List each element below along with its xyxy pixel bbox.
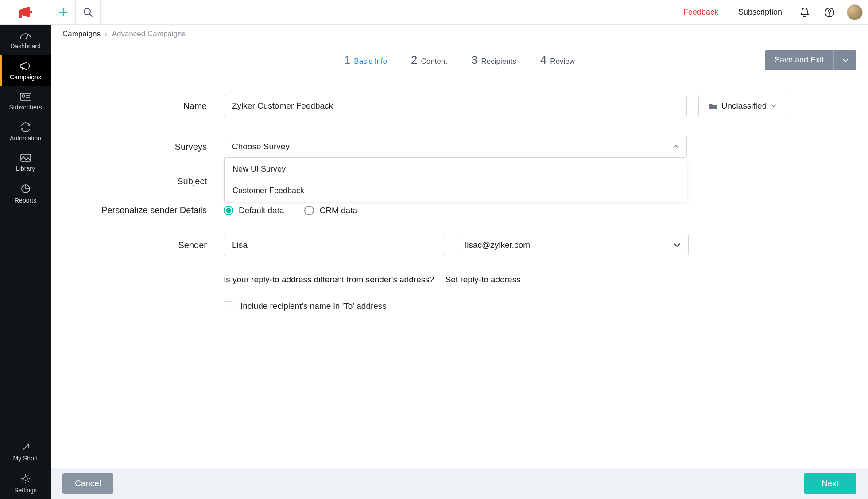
add-button[interactable] <box>51 0 76 24</box>
save-and-exit-button[interactable]: Save and Exit <box>765 50 833 70</box>
step-bar: 1 Basic Info 2 Content 3 Recipients 4 Re… <box>51 43 868 77</box>
sender-name-input[interactable] <box>224 234 445 256</box>
megaphone-icon <box>19 61 32 71</box>
chevron-up-icon <box>673 145 678 148</box>
form-area: Name Unclassified Surveys Choose Survey <box>51 77 868 499</box>
notifications-button[interactable] <box>792 0 817 24</box>
gear-icon <box>20 473 31 484</box>
name-label: Name <box>78 101 224 111</box>
topbar: Feedback Subscription <box>0 0 868 25</box>
sidebar-item-dashboard[interactable]: Dashboard <box>0 25 51 55</box>
set-reply-to-link[interactable]: Set reply-to address <box>446 275 521 285</box>
main-area: Campaigns › Advanced Campaigns 1 Basic I… <box>51 25 868 499</box>
radio-icon <box>304 206 314 215</box>
sidebar-label: Settings <box>14 487 37 494</box>
save-and-exit-menu-button[interactable] <box>833 50 856 70</box>
reply-to-question: Is your reply-to address different from … <box>224 275 434 285</box>
sidebar-label: My Short <box>13 455 38 462</box>
sidebar-item-library[interactable]: Library <box>0 147 51 177</box>
contact-card-icon <box>19 92 32 101</box>
svg-point-7 <box>22 95 25 97</box>
bell-icon <box>800 7 810 18</box>
svg-point-3 <box>84 8 90 15</box>
survey-option[interactable]: Customer Feedback <box>225 180 687 202</box>
megaphone-icon <box>17 4 35 21</box>
feedback-link[interactable]: Feedback <box>674 0 728 24</box>
sidebar: Dashboard Campaigns Subscribers Automati… <box>0 25 51 499</box>
breadcrumb-current: Advanced Campaigns <box>112 30 186 39</box>
sidebar-label: Library <box>16 165 35 172</box>
cancel-button[interactable]: Cancel <box>62 473 113 494</box>
sidebar-item-automation[interactable]: Automation <box>0 116 51 147</box>
gauge-icon <box>19 31 32 40</box>
include-recipient-checkbox[interactable] <box>224 301 233 311</box>
chevron-down-icon <box>842 58 849 62</box>
user-avatar[interactable] <box>847 4 863 20</box>
sidebar-label: Automation <box>10 135 41 142</box>
sidebar-item-settings[interactable]: Settings <box>0 467 51 499</box>
survey-option[interactable]: New UI Survey <box>225 158 687 180</box>
breadcrumb-root[interactable]: Campaigns <box>62 30 101 39</box>
sidebar-label: Dashboard <box>10 43 41 50</box>
classify-select[interactable]: Unclassified <box>698 95 787 117</box>
radio-icon <box>224 206 233 215</box>
step-basic-info[interactable]: 1 Basic Info <box>344 53 387 67</box>
personalize-label: Personalize sender Details <box>78 205 224 215</box>
sender-email-select[interactable]: lisac@zylker.com <box>457 234 689 256</box>
survey-select[interactable]: Choose Survey New UI Survey Customer Fee… <box>224 136 687 158</box>
svg-point-10 <box>24 477 27 480</box>
sidebar-item-subscribers[interactable]: Subscribers <box>0 86 51 116</box>
plus-icon <box>59 8 68 17</box>
arrow-up-right-icon <box>21 442 31 452</box>
sidebar-label: Campaigns <box>10 74 41 81</box>
chevron-right-icon: › <box>105 30 108 39</box>
subject-label: Subject <box>78 176 224 187</box>
step-recipients[interactable]: 3 Recipients <box>471 53 516 67</box>
surveys-label: Surveys <box>78 142 224 152</box>
svg-point-5 <box>829 14 829 15</box>
breadcrumb: Campaigns › Advanced Campaigns <box>51 25 868 43</box>
svg-rect-0 <box>27 7 30 17</box>
chevron-down-icon <box>674 243 680 247</box>
sender-label: Sender <box>78 240 224 250</box>
step-content[interactable]: 2 Content <box>411 53 447 67</box>
campaign-name-input[interactable] <box>224 95 687 117</box>
sidebar-item-reports[interactable]: Reports <box>0 177 51 209</box>
radio-crm-data[interactable]: CRM data <box>304 206 357 215</box>
footer-bar: Cancel Next <box>51 468 868 499</box>
help-icon <box>824 7 835 18</box>
chevron-down-icon <box>771 104 776 108</box>
next-button[interactable]: Next <box>804 473 856 494</box>
radio-default-data[interactable]: Default data <box>224 206 284 215</box>
help-button[interactable] <box>817 0 841 24</box>
survey-dropdown-menu: New UI Survey Customer Feedback <box>224 158 687 202</box>
search-button[interactable] <box>76 0 101 24</box>
cycle-icon <box>20 122 31 132</box>
sidebar-label: Subscribers <box>9 104 42 111</box>
step-review[interactable]: 4 Review <box>540 53 575 67</box>
folder-icon <box>709 103 717 109</box>
app-logo[interactable] <box>0 0 51 24</box>
svg-point-1 <box>30 11 32 13</box>
search-icon <box>83 8 93 17</box>
pie-icon <box>20 183 31 194</box>
sidebar-item-campaigns[interactable]: Campaigns <box>0 55 51 86</box>
sidebar-item-shortcuts[interactable]: My Short <box>0 436 51 467</box>
include-recipient-label: Include recipient's name in 'To' address <box>240 301 387 311</box>
svg-rect-2 <box>19 14 22 18</box>
image-icon <box>20 153 31 162</box>
sidebar-label: Reports <box>15 197 36 204</box>
subscription-link[interactable]: Subscription <box>728 0 792 24</box>
